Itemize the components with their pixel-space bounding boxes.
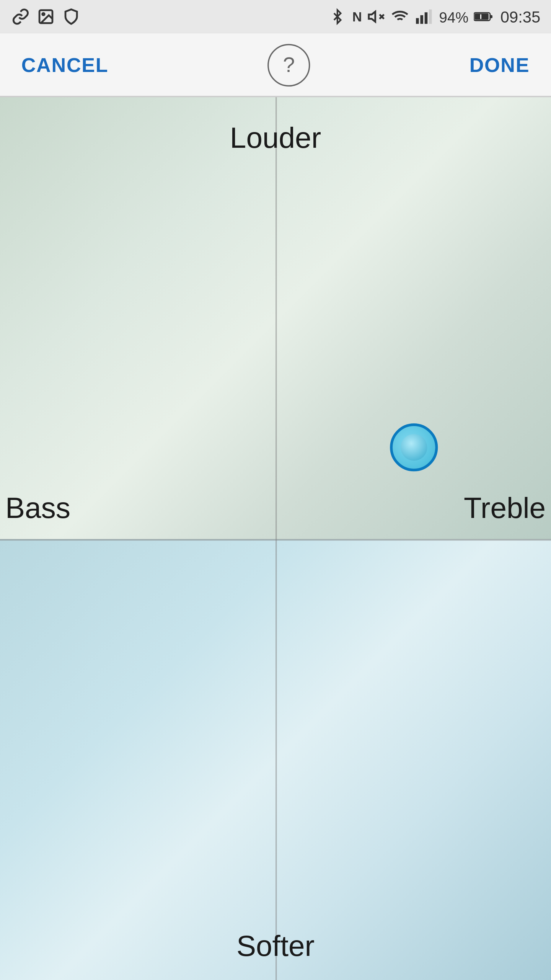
image-icon xyxy=(36,7,55,26)
svg-rect-9 xyxy=(430,10,433,24)
link-icon xyxy=(11,7,29,26)
nfc-icon: N xyxy=(352,9,362,24)
svg-rect-6 xyxy=(417,18,420,24)
shield-icon xyxy=(61,7,80,26)
help-button[interactable]: ? xyxy=(267,43,310,86)
bass-label: Bass xyxy=(5,491,70,525)
signal-icon xyxy=(415,7,434,26)
status-left-icons xyxy=(11,7,80,26)
horizontal-divider xyxy=(0,539,551,540)
mute-icon xyxy=(367,7,386,26)
svg-marker-2 xyxy=(369,11,376,21)
status-right-icons: N 94% xyxy=(328,7,540,26)
svg-rect-7 xyxy=(421,15,424,24)
wifi-icon xyxy=(391,7,410,26)
svg-point-1 xyxy=(42,13,44,15)
battery-icon xyxy=(474,7,492,26)
done-button[interactable]: DONE xyxy=(469,53,530,76)
treble-label: Treble xyxy=(464,491,546,525)
softer-label: Softer xyxy=(236,929,315,964)
battery-percentage: 94% xyxy=(439,9,469,25)
bluetooth-icon xyxy=(328,7,347,26)
time-display: 09:35 xyxy=(500,7,540,26)
equalizer-area[interactable]: Louder Softer Bass Treble xyxy=(0,97,551,980)
svg-rect-8 xyxy=(425,12,428,24)
svg-rect-11 xyxy=(474,13,489,20)
louder-label: Louder xyxy=(230,121,321,156)
status-bar: N 94% xyxy=(0,0,551,33)
svg-rect-13 xyxy=(490,15,492,18)
cancel-button[interactable]: CANCEL xyxy=(21,53,109,76)
toolbar: CANCEL ? DONE xyxy=(0,33,551,97)
